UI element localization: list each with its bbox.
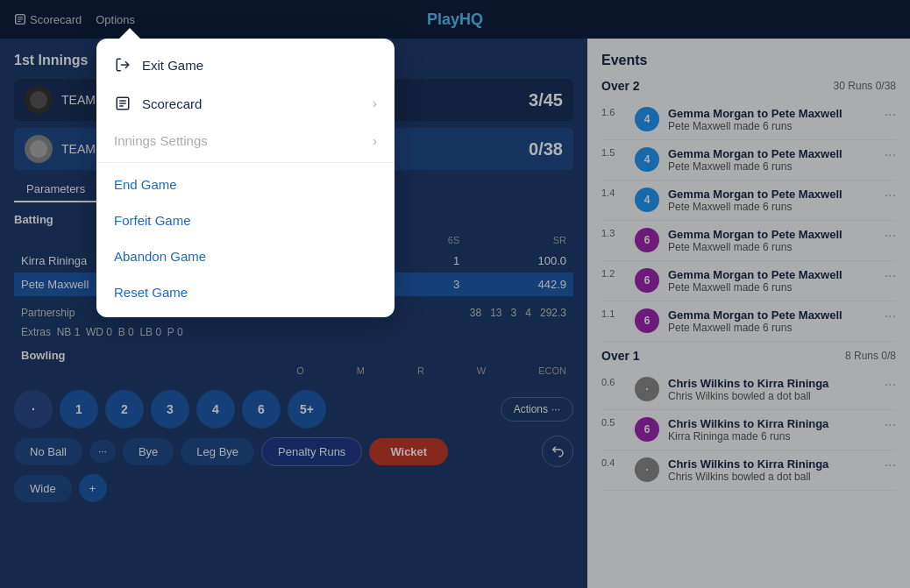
menu-label-forfeit-game: Forfeit Game — [114, 213, 191, 228]
menu-label-scorecard: Scorecard — [142, 96, 202, 111]
menu-item-forfeit-game[interactable]: Forfeit Game — [96, 202, 395, 238]
dropdown-arrow — [119, 28, 140, 39]
scorecard-icon — [114, 95, 132, 112]
scorecard-chevron-icon: › — [373, 96, 377, 110]
exit-icon — [114, 56, 132, 74]
menu-label-abandon-game: Abandon Game — [114, 249, 206, 264]
dropdown-menu: Exit Game Scorecard › Innings Settings ›… — [96, 39, 395, 317]
menu-item-innings-settings[interactable]: Innings Settings › — [96, 123, 395, 159]
menu-item-abandon-game[interactable]: Abandon Game — [96, 238, 395, 274]
menu-label-innings-settings: Innings Settings — [114, 133, 208, 148]
menu-divider-1 — [96, 162, 395, 163]
innings-settings-chevron-icon: › — [373, 134, 377, 148]
menu-item-end-game[interactable]: End Game — [96, 166, 395, 202]
menu-item-exit-game[interactable]: Exit Game — [96, 46, 395, 84]
menu-item-reset-game[interactable]: Reset Game — [96, 274, 395, 310]
menu-label-end-game: End Game — [114, 177, 177, 192]
menu-label-exit-game: Exit Game — [142, 58, 203, 73]
menu-label-reset-game: Reset Game — [114, 285, 188, 300]
menu-item-scorecard[interactable]: Scorecard › — [96, 84, 395, 123]
